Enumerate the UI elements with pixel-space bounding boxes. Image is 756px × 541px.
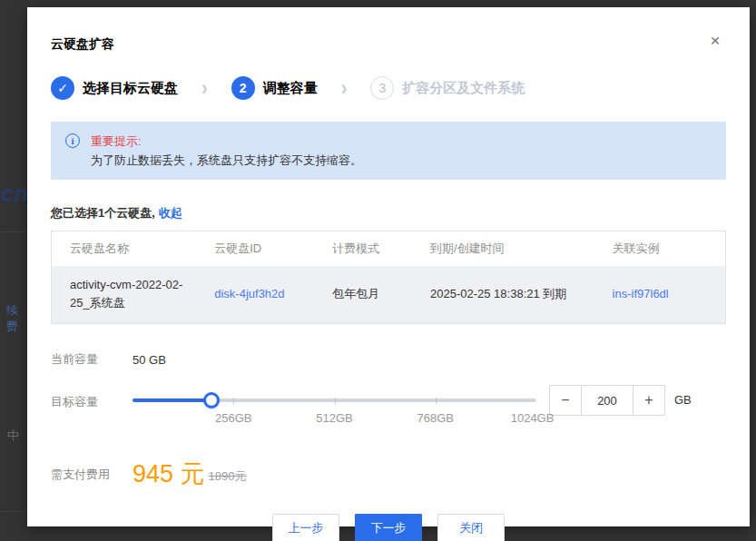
target-capacity-row: 目标容量 256GB 512GB 768GB 1024GB − + GB bbox=[51, 391, 726, 431]
cell-instance: ins-if97l6dl bbox=[594, 266, 726, 324]
capacity-stepper: − + bbox=[549, 385, 665, 416]
col-header-disk-id: 云硬盘ID bbox=[196, 231, 314, 266]
fee-amount: 945 元 bbox=[133, 462, 205, 487]
dialog-title: 云硬盘扩容 bbox=[51, 36, 726, 53]
selection-summary: 您已选择1个云硬盘,收起 bbox=[51, 205, 726, 221]
step-check-icon: ✓ bbox=[51, 76, 74, 100]
chevron-right-icon: › bbox=[341, 77, 348, 99]
col-header-disk-name: 云硬盘名称 bbox=[52, 231, 197, 266]
table-row: activity-cvm-2022-02-25_系统盘 disk-4juf3h2… bbox=[52, 266, 726, 324]
step-label: 调整容量 bbox=[263, 80, 318, 97]
slider-tick-label: 1024GB bbox=[511, 411, 555, 425]
slider-fill bbox=[133, 398, 211, 402]
instance-link[interactable]: ins-if97l6dl bbox=[613, 287, 669, 300]
slider-tick-label: 512GB bbox=[316, 411, 352, 425]
background-divider bbox=[0, 511, 27, 512]
slider-tick-label: 256GB bbox=[215, 411, 251, 425]
step-number: 3 bbox=[370, 76, 394, 100]
close-button[interactable]: 关闭 bbox=[437, 514, 505, 541]
fee-label: 需支付费用 bbox=[51, 467, 133, 483]
alert-title: 重要提示: bbox=[91, 133, 362, 150]
background-divider bbox=[0, 231, 27, 232]
info-icon: i bbox=[65, 133, 80, 148]
slider-tickmark bbox=[335, 398, 336, 404]
capacity-unit-label: GB bbox=[674, 393, 692, 407]
important-notice-alert: i 重要提示: 为了防止数据丢失，系统盘只支持扩容不支持缩容。 bbox=[51, 122, 726, 180]
stepper-minus-button[interactable]: − bbox=[550, 386, 582, 415]
fee-row: 需支付费用 945 元 1890元 bbox=[51, 462, 726, 487]
close-icon[interactable]: × bbox=[706, 33, 724, 51]
step-select-disk: ✓ 选择目标云硬盘 bbox=[51, 76, 178, 100]
chevron-right-icon: › bbox=[201, 77, 208, 99]
capacity-slider[interactable]: 256GB 512GB 768GB 1024GB bbox=[133, 391, 536, 431]
background-watermark: cn bbox=[1, 180, 27, 208]
step-label: 扩容分区及文件系统 bbox=[402, 80, 525, 97]
step-adjust-capacity: 2 调整容量 bbox=[231, 76, 318, 100]
disk-id-link[interactable]: disk-4juf3h2d bbox=[214, 287, 284, 300]
step-label: 选择目标云硬盘 bbox=[83, 80, 178, 97]
target-capacity-label: 目标容量 bbox=[51, 394, 133, 410]
wizard-steps: ✓ 选择目标云硬盘 › 2 调整容量 › 3 扩容分区及文件系统 bbox=[51, 76, 726, 100]
fee-original-price: 1890元 bbox=[209, 468, 247, 485]
dialog-footer: 上一步 下一步 关闭 bbox=[51, 514, 726, 541]
table-header-row: 云硬盘名称 云硬盘ID 计费模式 到期/创建时间 关联实例 bbox=[52, 231, 726, 266]
slider-tickmark bbox=[436, 398, 437, 404]
alert-message: 为了防止数据丢失，系统盘只支持扩容不支持缩容。 bbox=[91, 152, 362, 169]
selected-disk-table: 云硬盘名称 云硬盘ID 计费模式 到期/创建时间 关联实例 activity-c… bbox=[51, 231, 726, 324]
slider-tick-label: 768GB bbox=[417, 411, 454, 425]
cell-expire-time: 2025-02-25 18:38:21 到期 bbox=[412, 266, 594, 324]
disk-expand-dialog: 云硬盘扩容 × ✓ 选择目标云硬盘 › 2 调整容量 › 3 扩容分区及文件系统… bbox=[27, 7, 750, 526]
selection-text: 您已选择1个云硬盘, bbox=[51, 206, 155, 220]
stepper-plus-button[interactable]: + bbox=[633, 386, 664, 415]
step-number: 2 bbox=[231, 76, 255, 100]
capacity-input[interactable] bbox=[582, 386, 633, 415]
current-capacity-value: 50 GB bbox=[133, 353, 166, 367]
next-step-button[interactable]: 下一步 bbox=[355, 514, 422, 541]
prev-step-button[interactable]: 上一步 bbox=[272, 514, 339, 541]
background-partial-text: 中 bbox=[7, 428, 19, 444]
col-header-instance: 关联实例 bbox=[594, 231, 726, 266]
collapse-link[interactable]: 收起 bbox=[159, 206, 182, 220]
col-header-billing-mode: 计费模式 bbox=[314, 231, 412, 266]
background-page-strip: cn 续费 中 bbox=[0, 0, 27, 541]
step-expand-partition: 3 扩容分区及文件系统 bbox=[370, 76, 525, 100]
slider-handle[interactable] bbox=[203, 392, 220, 408]
cell-disk-name: activity-cvm-2022-02-25_系统盘 bbox=[52, 266, 197, 324]
cell-disk-id: disk-4juf3h2d bbox=[196, 266, 314, 324]
slider-tickmark bbox=[233, 398, 234, 404]
current-capacity-label: 当前容量 bbox=[51, 351, 133, 368]
cell-billing-mode: 包年包月 bbox=[314, 266, 412, 324]
col-header-expire-time: 到期/创建时间 bbox=[412, 231, 594, 266]
background-renew-link: 续费 bbox=[6, 302, 27, 335]
current-capacity-row: 当前容量 50 GB bbox=[51, 351, 726, 368]
